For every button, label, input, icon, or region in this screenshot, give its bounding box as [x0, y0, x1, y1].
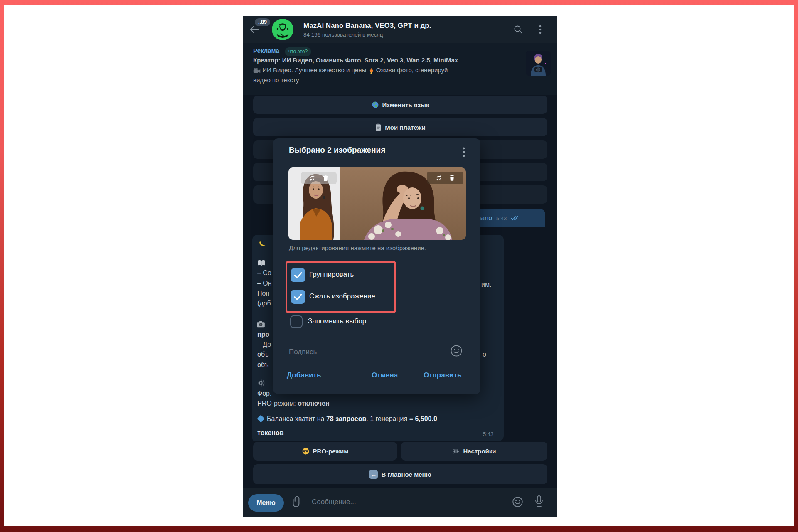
sponsored-message[interactable]: Реклама что это? Креатор: ИИ Видео, Ожив…	[243, 43, 557, 95]
caption-input[interactable]: Подпись	[289, 348, 317, 356]
message-fragment: объ	[257, 361, 273, 369]
pro-mode-status-line: PRO-режим: отключен	[257, 400, 330, 407]
movie-camera-icon	[253, 67, 261, 74]
chat-subtitle: 84 196 пользователей в месяц	[303, 32, 383, 38]
ad-text-line2: ИИ Видео. Лучшее качество и цены Оживи ф…	[253, 66, 519, 74]
fire-icon	[368, 67, 374, 74]
keyboard-button-my-payments[interactable]: Мои платежи	[253, 118, 547, 136]
swap-image-icon[interactable]	[309, 175, 316, 182]
keyboard-button-label: Изменить язык	[382, 101, 429, 108]
double-check-icon	[511, 216, 520, 221]
keyboard-button-main-menu[interactable]: ← В главное меню	[253, 464, 547, 484]
dialog-menu-icon[interactable]	[463, 147, 465, 158]
keyboard-button-pro-mode[interactable]: PRO-режим	[253, 442, 397, 461]
bot-avatar[interactable]	[272, 19, 293, 40]
message-fragment: Фор.	[257, 390, 273, 397]
search-icon[interactable]	[513, 25, 523, 34]
delete-image-icon[interactable]	[323, 175, 329, 182]
message-fragment: объ	[257, 351, 273, 358]
keyboard-button-settings[interactable]: Настройки	[401, 442, 547, 461]
message-time: 5:43	[496, 215, 507, 222]
ad-label: Реклама	[253, 47, 279, 54]
balance-line: Баланса хватит на 78 запросов. 1 генерац…	[257, 415, 437, 423]
chat-header: ..89 MazAi Nano Banana, VEO3, GPT и др. …	[243, 16, 557, 43]
message-fragment: о	[483, 351, 486, 358]
delete-image-icon[interactable]	[449, 175, 455, 181]
book-icon	[257, 259, 273, 266]
ad-what-is-it-badge[interactable]: что это?	[285, 47, 311, 56]
page-background: ..89 MazAi Nano Banana, VEO3, GPT и др. …	[4, 5, 794, 526]
cancel-button[interactable]: Отмена	[372, 371, 398, 379]
caption-emoji-icon[interactable]	[450, 345, 463, 357]
decorative-frame: ..89 MazAi Nano Banana, VEO3, GPT и др. …	[0, 0, 798, 532]
unread-badge: ..89	[255, 18, 270, 26]
dialog-title: Выбрано 2 изображения	[289, 145, 385, 155]
attach-icon[interactable]	[291, 495, 302, 508]
keyboard-button-label: Мои платежи	[385, 124, 425, 131]
image-1-actions	[301, 172, 337, 184]
sunglasses-emoji-icon	[302, 447, 310, 455]
balance-line-2: токенов	[257, 429, 284, 437]
menu-button[interactable]: Меню	[248, 494, 284, 512]
clipboard-icon	[375, 123, 382, 131]
keyboard-button-label: PRO-режим	[313, 448, 349, 455]
outgoing-message-bubble: /nano 5:43	[470, 209, 545, 227]
gear-fragment-icon	[257, 379, 273, 387]
ad-text-line1: Креатор: ИИ Видео, Оживить Фото. Sora 2,…	[253, 57, 519, 64]
emoji-icon[interactable]	[512, 496, 523, 507]
send-button[interactable]: Отправить	[424, 371, 461, 379]
message-fragment: про	[257, 331, 273, 338]
message-composer: Меню Сообщение...	[243, 488, 557, 517]
microphone-icon[interactable]	[534, 495, 544, 508]
chat-title: MazAi Nano Banana, VEO3, GPT и др.	[303, 22, 431, 30]
gear-icon	[452, 448, 460, 455]
telegram-window: ..89 MazAi Nano Banana, VEO3, GPT и др. …	[243, 16, 557, 517]
message-fragment: им.	[481, 281, 491, 288]
message-fragment: Поп	[257, 290, 273, 297]
ad-thumbnail[interactable]	[526, 51, 551, 76]
message-time: 5:43	[483, 431, 493, 437]
menu-button-label: Меню	[256, 499, 276, 507]
message-fragment: (доб	[257, 300, 273, 307]
banana-icon	[258, 240, 274, 249]
image-2-actions	[427, 172, 463, 184]
message-input[interactable]: Сообщение...	[312, 498, 356, 506]
back-arrow-emoji-icon: ←	[369, 470, 378, 479]
header-menu-icon[interactable]	[539, 25, 542, 34]
keyboard-button-change-language[interactable]: Изменить язык	[253, 96, 547, 114]
annotation-highlight-rectangle	[286, 261, 396, 313]
add-button[interactable]: Добавить	[287, 371, 321, 379]
keyboard-button-label: В главное меню	[381, 471, 431, 478]
swap-image-icon[interactable]	[435, 175, 442, 182]
edit-hint: Для редактирования нажмите на изображени…	[289, 244, 426, 251]
ad-text-line3: видео по тексту	[253, 76, 299, 84]
globe-icon	[372, 101, 379, 108]
checkbox-remember-label[interactable]: Запомнить выбор	[308, 317, 366, 325]
message-fragment: – Со	[257, 269, 273, 277]
camera-icon	[256, 320, 272, 328]
blue-diamond-icon	[257, 415, 264, 423]
keyboard-button-label: Настройки	[463, 448, 496, 455]
message-fragment: – До	[257, 341, 273, 348]
message-fragment: – Он	[257, 280, 273, 287]
caption-underline	[289, 363, 465, 363]
checkbox-remember[interactable]	[290, 315, 303, 328]
